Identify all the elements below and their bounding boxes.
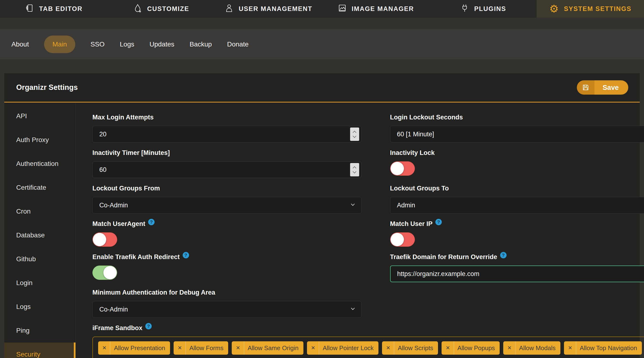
save-button-label: Save: [594, 80, 628, 95]
remove-tag-icon[interactable]: [174, 341, 186, 355]
nav-system-settings[interactable]: ⚙ SYSTEM SETTINGS: [536, 0, 644, 18]
field-login-lockout-seconds: Login Lockout Seconds 60 [1 Minute]: [390, 114, 644, 143]
field-enable-traefik-auth-redirect: Enable Traefik Auth Redirect ?: [92, 253, 362, 282]
remove-tag-icon[interactable]: [564, 341, 576, 355]
sidebar-item-certificate[interactable]: Certificate: [4, 176, 76, 199]
field-label: Max Login Attempts: [92, 114, 362, 121]
help-icon[interactable]: ?: [148, 219, 154, 225]
nav-customize[interactable]: CUSTOMIZE: [108, 0, 215, 18]
inactivity-lock-toggle[interactable]: [390, 161, 415, 176]
nav-label: SYSTEM SETTINGS: [564, 5, 632, 13]
enable-traefik-auth-redirect-toggle[interactable]: [92, 265, 117, 280]
field-lockout-groups-to: Lockout Groups To Admin: [390, 185, 644, 214]
match-useragent-toggle[interactable]: [92, 232, 117, 247]
remove-tag-icon[interactable]: [503, 341, 516, 355]
tab-editor-icon: [25, 3, 34, 15]
sidebar-item-api[interactable]: API: [4, 104, 76, 128]
remove-tag-icon[interactable]: [232, 341, 244, 355]
nav-label: TAB EDITOR: [39, 5, 83, 13]
sandbox-tag: Allow Presentation: [98, 341, 170, 355]
subnav-updates[interactable]: Updates: [150, 41, 174, 48]
nav-image-manager[interactable]: IMAGE MANAGER: [322, 0, 430, 18]
field-label: Lockout Groups To: [390, 185, 644, 192]
login-lockout-seconds-select[interactable]: 60 [1 Minute]: [390, 126, 644, 143]
chevron-down-icon: [351, 306, 355, 310]
chevron-up-icon[interactable]: [353, 166, 356, 170]
field-label: Login Lockout Seconds: [390, 114, 644, 121]
top-navigation: TAB EDITOR CUSTOMIZE USER MANAGEMENT IMA…: [0, 0, 644, 18]
sidebar-item-logs[interactable]: Logs: [4, 295, 76, 319]
traefik-domain-input[interactable]: [390, 265, 644, 282]
sidebar-item-github[interactable]: Github: [4, 247, 76, 271]
subnav-about[interactable]: About: [12, 41, 29, 48]
help-icon[interactable]: ?: [435, 219, 442, 225]
label-text: iFrame Sandbox: [92, 324, 142, 332]
subnav-sso[interactable]: SSO: [90, 41, 104, 48]
field-inactivity-lock: Inactivity Lock: [390, 149, 644, 178]
help-icon[interactable]: ?: [145, 323, 152, 329]
chevron-down-icon[interactable]: [353, 169, 356, 173]
nav-plugins[interactable]: PLUGINS: [430, 0, 537, 18]
field-label: iFrame Sandbox ?: [92, 324, 644, 332]
number-stepper[interactable]: [350, 163, 359, 176]
sidebar-item-auth-proxy[interactable]: Auth Proxy: [4, 128, 76, 152]
selected-value: Co-Admin: [99, 306, 128, 313]
sidebar-item-login[interactable]: Login: [4, 271, 76, 295]
settings-subnav: About Main SSO Logs Updates Backup Donat…: [0, 30, 644, 59]
field-label: Minimum Authentication for Debug Area: [92, 289, 362, 296]
toggle-knob: [390, 162, 404, 175]
field-inactivity-timer: Inactivity Timer [Minutes]: [92, 149, 362, 178]
field-traefik-domain-override: Traefik Domain for Return Override ?: [390, 253, 644, 282]
min-auth-debug-select[interactable]: Co-Admin: [92, 301, 362, 318]
field-label: Match UserAgent ?: [92, 220, 362, 228]
selected-value: 60 [1 Minute]: [397, 131, 434, 138]
save-button[interactable]: Save: [577, 80, 628, 95]
sidebar-item-authentication[interactable]: Authentication: [4, 152, 76, 176]
help-icon[interactable]: ?: [183, 252, 189, 258]
subnav-donate[interactable]: Donate: [227, 41, 248, 48]
subnav-main[interactable]: Main: [44, 36, 75, 53]
sandbox-tag: Allow Modals: [503, 341, 560, 355]
help-icon[interactable]: ?: [500, 252, 506, 258]
sidebar-item-ping[interactable]: Ping: [4, 319, 76, 342]
field-match-user-ip: Match User IP ?: [390, 220, 644, 247]
sidebar-item-security[interactable]: Security: [4, 342, 76, 358]
plug-icon: [460, 3, 470, 15]
number-stepper[interactable]: [350, 128, 359, 141]
field-label: Enable Traefik Auth Redirect ?: [92, 253, 362, 261]
match-user-ip-toggle[interactable]: [390, 232, 415, 247]
remove-tag-icon[interactable]: [442, 341, 454, 355]
field-iframe-sandbox: iFrame Sandbox ? Allow Presentation Allo…: [92, 324, 644, 358]
nav-user-management[interactable]: USER MANAGEMENT: [214, 0, 322, 18]
lockout-groups-to-select[interactable]: Admin: [390, 197, 644, 214]
remove-tag-icon[interactable]: [307, 341, 319, 355]
field-lockout-groups-from: Lockout Groups From Co-Admin: [92, 185, 362, 214]
sandbox-tag: Allow Forms: [174, 341, 228, 355]
remove-tag-icon[interactable]: [98, 341, 110, 355]
chevron-down-icon[interactable]: [353, 134, 356, 138]
inactivity-timer-input[interactable]: [92, 161, 362, 178]
max-login-attempts-input[interactable]: [92, 126, 362, 143]
selected-value: Admin: [397, 202, 415, 209]
field-label: Match User IP ?: [390, 220, 644, 228]
card-body: API Auth Proxy Authentication Certificat…: [4, 103, 640, 358]
subnav-logs[interactable]: Logs: [120, 41, 134, 48]
chevron-up-icon[interactable]: [353, 131, 356, 134]
field-label: Lockout Groups From: [92, 185, 362, 192]
iframe-sandbox-tags-input[interactable]: Allow Presentation Allow Forms Allow Sam…: [92, 336, 644, 358]
subnav-backup[interactable]: Backup: [190, 41, 212, 48]
settings-card: Organizr Settings Save API Auth Proxy Au…: [4, 73, 640, 358]
sidebar-item-cron[interactable]: Cron: [4, 199, 76, 223]
nav-label: USER MANAGEMENT: [239, 5, 312, 13]
lockout-groups-from-select[interactable]: Co-Admin: [92, 197, 362, 214]
spacer: [390, 289, 644, 318]
toggle-knob: [390, 233, 404, 246]
remove-tag-icon[interactable]: [382, 341, 394, 355]
nav-tab-editor[interactable]: TAB EDITOR: [0, 0, 108, 18]
toggle-knob: [93, 233, 106, 246]
customize-icon: [133, 3, 142, 15]
sandbox-tag: Allow Popups: [442, 341, 500, 355]
sidebar-item-database[interactable]: Database: [4, 223, 76, 247]
page-title: Organizr Settings: [16, 83, 78, 92]
label-text: Enable Traefik Auth Redirect: [92, 253, 180, 261]
